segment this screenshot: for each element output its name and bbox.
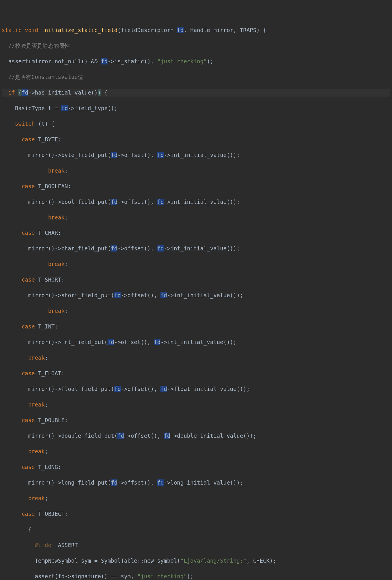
code-line: //校验是否是静态的属性 (2, 42, 390, 50)
fd-highlight: fd (164, 433, 171, 439)
keyword-case: case (22, 183, 35, 189)
paren-highlight-icon: ) (98, 89, 101, 96)
fd-highlight: fd (111, 199, 118, 205)
code-line: case T_DOUBLE: (2, 416, 390, 424)
code-line: mirror()->float_field_put(fd->offset(), … (2, 385, 390, 393)
code-line: break; (2, 494, 390, 502)
code-line: mirror()->double_field_put(fd->offset(),… (2, 432, 390, 440)
code-line: break; (2, 214, 390, 221)
code-line: assert(fd->signature() == sym, "just che… (2, 572, 390, 580)
code-line: mirror()->int_field_put(fd->offset(), fd… (2, 338, 390, 346)
keyword-case: case (22, 464, 35, 470)
code-line: mirror()->short_field_put(fd->offset(), … (2, 291, 390, 299)
keyword-case: case (22, 276, 35, 283)
code-line: #ifdef ASSERT (2, 541, 390, 549)
keyword-switch: switch (15, 121, 35, 127)
fd-highlight: fd (117, 433, 124, 439)
code-line: mirror()->long_field_put(fd->offset(), f… (2, 479, 390, 487)
keyword-break: break (28, 448, 45, 455)
code-line: case T_BOOLEAN: (2, 182, 390, 190)
code-line: break; (2, 401, 390, 409)
fd-highlight: fd (101, 58, 108, 64)
code-line: case T_OBJECT: (2, 510, 390, 518)
code-line: mirror()->char_field_put(fd->offset(), f… (2, 245, 390, 252)
code-line: TempNewSymbol sym = SymbolTable::new_sym… (2, 557, 390, 565)
keyword-break: break (28, 354, 45, 361)
fd-highlight: fd (157, 245, 164, 252)
code-line: break; (2, 260, 390, 268)
keyword-break: break (28, 401, 45, 408)
param-fd-highlight: fd (177, 27, 184, 33)
keyword-break: break (48, 167, 64, 174)
fd-highlight: fd (160, 386, 167, 392)
keyword-case: case (22, 417, 35, 423)
code-line: case T_FLOAT: (2, 370, 390, 377)
code-line: case T_BYTE: (2, 136, 390, 143)
code-line: BasicType t = fd->field_type(); (2, 104, 390, 112)
keyword-break: break (48, 261, 64, 267)
code-line: case T_INT: (2, 323, 390, 330)
fd-highlight: fd (111, 152, 118, 158)
code-line: static void initialize_static_field(fiel… (2, 26, 390, 34)
fd-highlight: fd (111, 245, 118, 252)
code-line-cursor: if (fd->has_initial_value()) { (2, 89, 390, 97)
fd-highlight: fd (157, 199, 164, 205)
keyword-case: case (22, 511, 35, 517)
param-type: fieldDescriptor* (121, 27, 174, 33)
code-line: break; (2, 307, 390, 315)
keyword-case: case (22, 323, 35, 330)
code-line: case T_SHORT: (2, 276, 390, 284)
code-line: break; (2, 354, 390, 362)
fd-highlight: fd (114, 292, 121, 298)
keyword-case: case (22, 370, 35, 376)
keyword-break: break (28, 495, 45, 501)
code-line: mirror()->byte_field_put(fd->offset(), f… (2, 151, 390, 159)
code-line: switch (t) { (2, 120, 390, 128)
fd-highlight: fd (157, 152, 164, 158)
fd-highlight: fd (61, 105, 68, 111)
fd-highlight: fd (154, 339, 160, 345)
string-literal: "just checking" (137, 573, 187, 579)
code-line: break; (2, 448, 390, 455)
keyword-static: static (2, 27, 22, 33)
fd-highlight: fd (160, 292, 167, 298)
preprocessor-ifdef: #ifdef (35, 542, 55, 548)
code-line: mirror()->bool_field_put(fd->offset(), f… (2, 198, 390, 206)
keyword-void: void (25, 27, 38, 33)
fd-highlight: fd (157, 479, 164, 486)
keyword-case: case (22, 136, 35, 143)
keyword-break: break (48, 214, 64, 221)
keyword-if: if (8, 89, 15, 96)
comment: //是否有ConstantsValue值 (8, 74, 83, 80)
comment: //校验是否是静态的属性 (8, 43, 70, 49)
string-literal: "Ljava/lang/String;" (180, 557, 247, 564)
paren-highlight-icon: ( (18, 89, 21, 96)
code-line: { (2, 526, 390, 533)
code-line: case T_LONG: (2, 463, 390, 471)
code-line: case T_CHAR: (2, 229, 390, 237)
fd-highlight: fd (111, 479, 118, 486)
code-line: break; (2, 167, 390, 175)
string-literal: "just checking" (157, 58, 207, 64)
fd-highlight: fd (108, 339, 114, 345)
code-line: //是否有ConstantsValue值 (2, 73, 390, 81)
code-line: assert(mirror.not_null() && fd->is_stati… (2, 58, 390, 65)
keyword-case: case (22, 230, 35, 236)
fd-highlight: fd (22, 89, 28, 96)
keyword-break: break (48, 308, 64, 314)
function-name: initialize_static_field (41, 27, 117, 33)
fd-highlight: fd (114, 386, 121, 392)
